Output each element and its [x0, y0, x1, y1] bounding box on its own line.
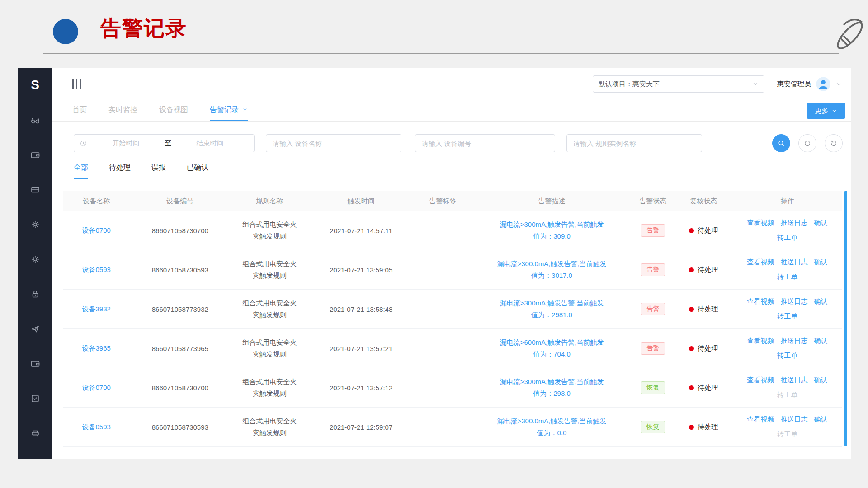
- action-link[interactable]: 确认: [814, 376, 827, 385]
- action-link[interactable]: 推送日志: [780, 337, 807, 345]
- status-badge: 告警: [641, 263, 665, 276]
- action-link[interactable]: 确认: [814, 219, 827, 227]
- rule-name: 组合式用电安全火灾触发规则: [231, 376, 308, 399]
- chevron-down-icon: [835, 81, 842, 87]
- tab-1[interactable]: 实时监控: [108, 100, 137, 121]
- rule-name: 组合式用电安全火灾触发规则: [231, 258, 308, 282]
- device-no: 866071058730593: [129, 423, 231, 431]
- action-link[interactable]: 查看视频: [747, 297, 774, 306]
- device-name-link[interactable]: 设备0700: [82, 226, 110, 234]
- action-link[interactable]: 查看视频: [747, 376, 774, 385]
- refresh-button[interactable]: [798, 134, 816, 152]
- device-name-link[interactable]: 设备3965: [82, 344, 110, 352]
- task-check-icon: [30, 393, 41, 404]
- action-link[interactable]: 转工单: [777, 273, 797, 282]
- column-header: 告警标签: [414, 197, 472, 206]
- sidebar-item-6[interactable]: [30, 324, 41, 334]
- sidebar-item-4[interactable]: [30, 254, 41, 265]
- action-link[interactable]: 查看视频: [747, 415, 774, 424]
- tab-2[interactable]: 设备视图: [159, 100, 188, 121]
- more-button[interactable]: 更多: [807, 103, 845, 119]
- tab-0[interactable]: 首页: [72, 100, 87, 121]
- device-name-link[interactable]: 设备0593: [82, 423, 110, 431]
- reset-button[interactable]: [825, 134, 843, 152]
- action-link[interactable]: 推送日志: [780, 258, 807, 267]
- status-tab-3[interactable]: 已确认: [187, 163, 208, 179]
- alarm-description: 漏电流>300.0mA,触发告警,当前触发值为：3017.0: [472, 258, 632, 282]
- status-tabs: 全部待处理误报已确认: [52, 163, 851, 179]
- user-menu[interactable]: 惠安管理员: [777, 76, 842, 92]
- status-tab-2[interactable]: 误报: [151, 163, 166, 179]
- review-status: 待处理: [676, 344, 731, 353]
- trigger-time: 2021-07-21 13:58:48: [308, 305, 413, 313]
- status-badge: 告警: [641, 342, 665, 355]
- device-name-input[interactable]: [266, 134, 401, 152]
- action-link: 转工单: [777, 391, 797, 399]
- tab-label: 首页: [72, 105, 87, 115]
- send-icon: [30, 324, 41, 334]
- alarm-description: 漏电流>300mA,触发告警,当前触发值为：293.0: [472, 376, 632, 399]
- column-header: 规则名称: [231, 197, 308, 206]
- status-badge: 告警: [641, 303, 665, 315]
- sidebar: S: [18, 68, 52, 459]
- device-no: 866071058773965: [129, 345, 231, 352]
- status-tab-0[interactable]: 全部: [74, 163, 88, 179]
- tab-bar: 首页实时监控设备视图告警记录 更多: [52, 100, 851, 122]
- lock-icon: [30, 289, 41, 300]
- trigger-time: 2021-07-21 13:59:05: [308, 266, 413, 274]
- alarm-description: 漏电流>600mA,触发告警,当前触发值为：704.0: [472, 337, 632, 360]
- action-link[interactable]: 转工单: [777, 352, 797, 360]
- project-select[interactable]: 默认项目：惠安天下: [593, 75, 764, 93]
- row-actions: 查看视频推送日志确认转工单: [733, 297, 842, 321]
- search-button[interactable]: [772, 134, 790, 152]
- collapse-menu-button[interactable]: [72, 79, 81, 89]
- trigger-time: 2021-07-21 13:57:12: [308, 384, 413, 392]
- date-range-picker[interactable]: 开始时间 至 结束时间: [74, 134, 255, 152]
- device-name-link[interactable]: 设备0700: [82, 384, 110, 391]
- close-icon[interactable]: [242, 108, 248, 113]
- row-actions: 查看视频推送日志确认转工单: [733, 258, 842, 282]
- chevron-down-icon: [831, 108, 837, 114]
- action-link[interactable]: 确认: [814, 337, 827, 345]
- review-status: 待处理: [676, 226, 731, 235]
- sidebar-item-5[interactable]: [30, 289, 41, 300]
- action-link[interactable]: 转工单: [777, 312, 797, 321]
- device-name-link[interactable]: 设备3932: [82, 305, 110, 313]
- wallet2-icon: [30, 358, 41, 369]
- sidebar-item-8[interactable]: [30, 393, 41, 404]
- sidebar-item-9[interactable]: [30, 428, 41, 439]
- action-link[interactable]: 查看视频: [747, 219, 774, 227]
- action-link[interactable]: 确认: [814, 258, 827, 267]
- device-no-input[interactable]: [415, 134, 555, 152]
- sidebar-logo: S: [31, 76, 39, 94]
- device-name-link[interactable]: 设备0593: [82, 266, 110, 273]
- action-link[interactable]: 查看视频: [747, 258, 774, 267]
- search-icon: [777, 139, 785, 147]
- sidebar-item-1[interactable]: [30, 150, 41, 160]
- rule-instance-input[interactable]: [566, 134, 702, 152]
- sidebar-item-7[interactable]: [30, 358, 41, 369]
- sidebar-item-0[interactable]: [30, 115, 41, 126]
- status-tab-1[interactable]: 待处理: [109, 163, 131, 179]
- device-no: 866071058730593: [129, 266, 231, 274]
- status-badge: 恢复: [641, 421, 665, 433]
- chevron-down-icon: [752, 81, 759, 87]
- action-link[interactable]: 确认: [814, 415, 827, 424]
- refresh-icon: [803, 139, 811, 147]
- action-link[interactable]: 查看视频: [747, 337, 774, 345]
- action-link[interactable]: 转工单: [777, 234, 797, 242]
- row-actions: 查看视频推送日志确认转工单: [733, 376, 842, 399]
- action-link[interactable]: 确认: [814, 297, 827, 306]
- action-link[interactable]: 推送日志: [780, 415, 807, 424]
- action-link[interactable]: 推送日志: [780, 297, 807, 306]
- action-link[interactable]: 推送日志: [780, 219, 807, 227]
- tab-3[interactable]: 告警记录: [210, 100, 248, 121]
- column-header: 告警描述: [472, 197, 632, 206]
- alarm-description: 漏电流>300.0mA,触发告警,当前触发值为：0.0: [472, 415, 632, 439]
- sidebar-item-3[interactable]: [30, 219, 41, 230]
- sidebar-item-2[interactable]: [30, 184, 41, 195]
- action-link[interactable]: 推送日志: [780, 376, 807, 385]
- table-scrollbar[interactable]: [844, 191, 847, 446]
- pending-dot-icon: [689, 425, 694, 430]
- page-title: 告警记录: [100, 14, 187, 42]
